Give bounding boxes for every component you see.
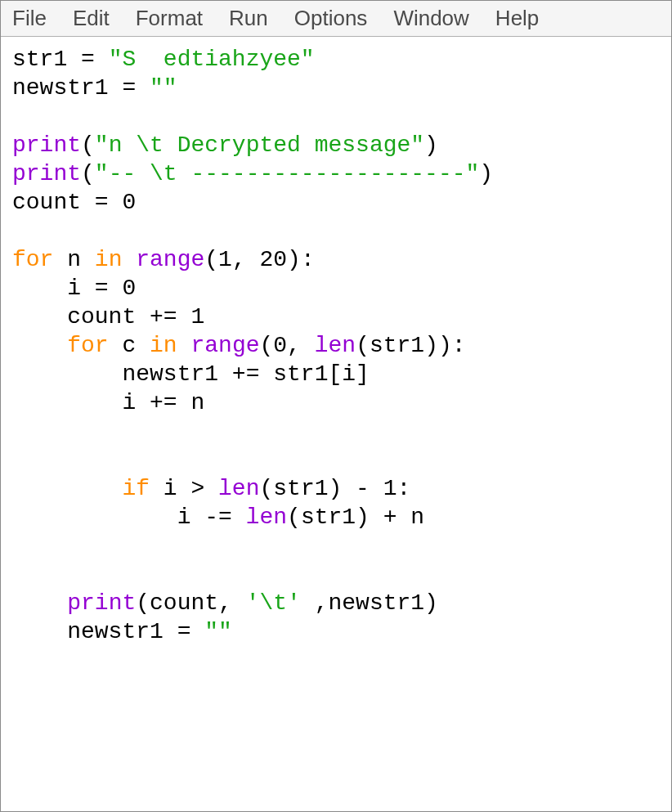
code-line: i += n [12, 390, 204, 415]
menu-run[interactable]: Run [226, 4, 271, 33]
code-line: for n in range(1, 20): [12, 247, 315, 272]
code-line: str1 = "S edtiahzyee" [12, 47, 315, 72]
code-line: i -= len(str1) + n [12, 505, 424, 530]
editor-window: File Edit Format Run Options Window Help… [0, 0, 672, 812]
menu-edit[interactable]: Edit [69, 4, 113, 33]
menu-window[interactable]: Window [390, 4, 472, 33]
code-line: count += 1 [12, 304, 204, 330]
code-line: for c in range(0, len(str1)): [12, 333, 466, 358]
menu-help[interactable]: Help [492, 4, 542, 33]
code-line: i = 0 [12, 276, 136, 301]
code-line: if i > len(str1) - 1: [12, 476, 410, 501]
menu-format[interactable]: Format [132, 4, 206, 33]
code-line: newstr1 = "" [12, 75, 177, 101]
code-line: count = 0 [12, 190, 136, 215]
menubar: File Edit Format Run Options Window Help [1, 1, 671, 37]
menu-file[interactable]: File [9, 4, 50, 33]
code-line: newstr1 = "" [12, 619, 232, 644]
menu-options[interactable]: Options [291, 4, 371, 33]
code-line: print("n \t Decrypted message") [12, 132, 438, 158]
code-editor[interactable]: str1 = "S edtiahzyee" newstr1 = "" print… [1, 37, 671, 811]
code-line: print("-- \t --------------------") [12, 161, 493, 186]
code-line: newstr1 += str1[i] [12, 361, 370, 387]
code-line: print(count, '\t' ,newstr1) [12, 590, 438, 616]
